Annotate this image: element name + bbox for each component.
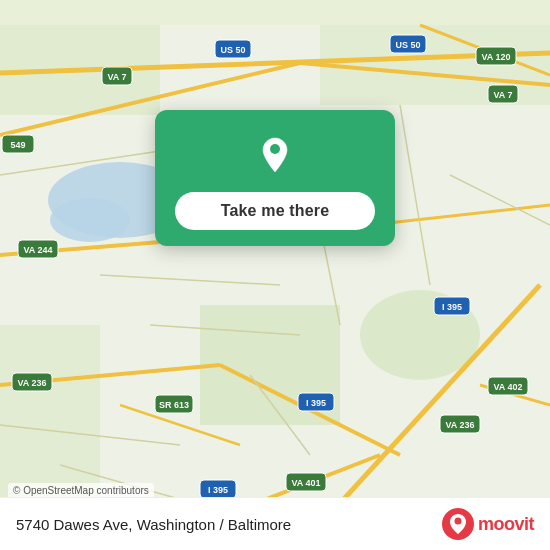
svg-text:VA 120: VA 120 — [481, 52, 510, 62]
osm-credit: © OpenStreetMap contributors — [8, 483, 154, 498]
location-card: Take me there — [155, 110, 395, 246]
moovit-text: moovit — [478, 514, 534, 535]
svg-point-65 — [454, 518, 461, 525]
svg-text:I 395: I 395 — [306, 398, 326, 408]
svg-text:US 50: US 50 — [395, 40, 420, 50]
svg-point-2 — [50, 198, 130, 242]
svg-text:549: 549 — [10, 140, 25, 150]
svg-text:VA 236: VA 236 — [445, 420, 474, 430]
svg-text:VA 244: VA 244 — [23, 245, 52, 255]
svg-text:VA 7: VA 7 — [493, 90, 512, 100]
svg-text:VA 402: VA 402 — [493, 382, 522, 392]
moovit-icon — [442, 508, 474, 540]
address-text: 5740 Dawes Ave, Washington / Baltimore — [16, 516, 291, 533]
svg-text:I 395: I 395 — [442, 302, 462, 312]
svg-text:VA 236: VA 236 — [17, 378, 46, 388]
moovit-logo: moovit — [442, 508, 534, 540]
svg-text:VA 7: VA 7 — [107, 72, 126, 82]
svg-text:I 395: I 395 — [208, 485, 228, 495]
svg-text:US 50: US 50 — [220, 45, 245, 55]
map-container: US 50 US 50 VA 7 VA 7 VA 120 VA 244 VA 2… — [0, 0, 550, 550]
svg-text:SR 613: SR 613 — [159, 400, 189, 410]
svg-point-63 — [270, 144, 280, 154]
location-pin-icon — [248, 128, 302, 182]
map-background: US 50 US 50 VA 7 VA 7 VA 120 VA 244 VA 2… — [0, 0, 550, 550]
svg-text:VA 401: VA 401 — [291, 478, 320, 488]
bottom-bar: 5740 Dawes Ave, Washington / Baltimore m… — [0, 497, 550, 550]
take-me-there-button[interactable]: Take me there — [175, 192, 375, 230]
